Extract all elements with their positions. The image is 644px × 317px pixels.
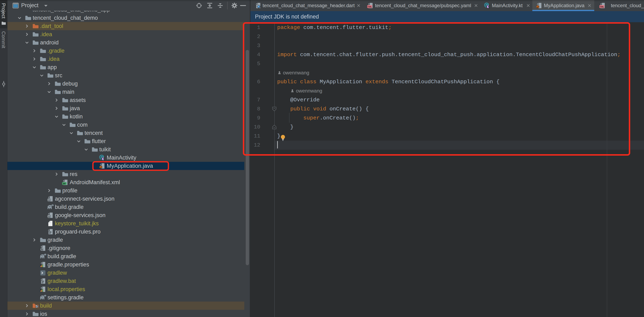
svg-text:YML: YML — [368, 6, 372, 8]
svg-text:{}: {} — [48, 199, 50, 201]
svg-text:{}: {} — [48, 215, 50, 218]
svg-text:MF: MF — [63, 182, 66, 185]
svg-text:YML: YML — [600, 6, 604, 8]
